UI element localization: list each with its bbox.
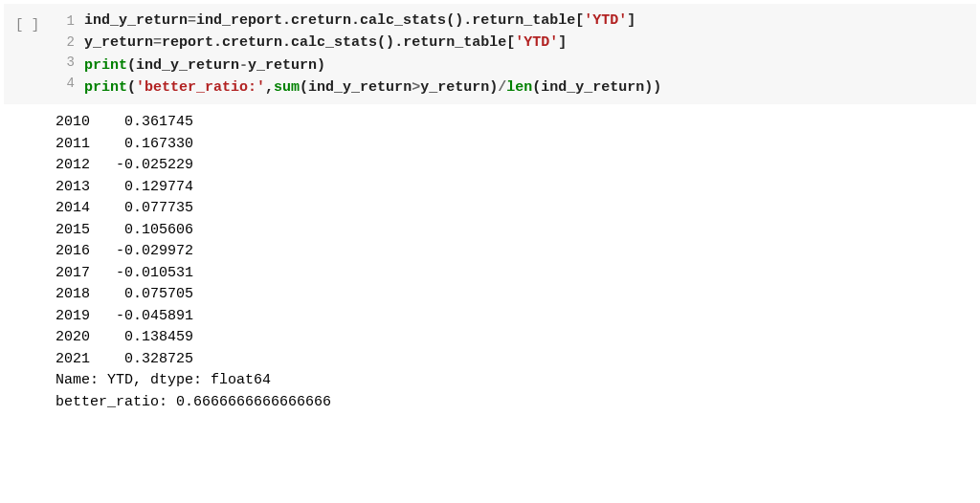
output-row: 2015 0.105606 bbox=[56, 220, 331, 242]
line-number: 4 bbox=[56, 74, 75, 95]
output-row: 2017 -0.010531 bbox=[56, 263, 331, 285]
line-number: 1 bbox=[56, 11, 75, 33]
output-row: 2016 -0.029972 bbox=[56, 241, 331, 263]
output-row: 2014 0.077735 bbox=[56, 198, 331, 220]
line-gutter: 1234 bbox=[56, 10, 84, 95]
line-number: 2 bbox=[56, 33, 75, 54]
output-row: 2010 0.361745 bbox=[56, 112, 331, 134]
output-row: 2020 0.138459 bbox=[56, 327, 331, 349]
output-row: 2018 0.075705 bbox=[56, 284, 331, 306]
code-area[interactable]: ind_y_return=ind_report.creturn.calc_sta… bbox=[84, 10, 976, 98]
output-prompt-spacer bbox=[4, 112, 56, 120]
execution-prompt: [ ] bbox=[4, 10, 56, 33]
output-row: 2012 -0.025229 bbox=[56, 155, 331, 177]
code-line[interactable]: ind_y_return=ind_report.creturn.calc_sta… bbox=[84, 10, 976, 32]
code-line[interactable]: print(ind_y_return-y_return) bbox=[84, 55, 976, 77]
code-line[interactable]: print('better_ratio:',sum(ind_y_return>y… bbox=[84, 77, 976, 98]
output-row: 2011 0.167330 bbox=[56, 134, 331, 156]
code-cell: [ ] 1234 ind_y_return=ind_report.creturn… bbox=[4, 4, 976, 104]
output-ratio: better_ratio: 0.6666666666666666 bbox=[56, 392, 331, 414]
output-row: 2019 -0.045891 bbox=[56, 306, 331, 328]
line-number: 3 bbox=[56, 53, 75, 74]
output-cell: 2010 0.3617452011 0.1673302012 -0.025229… bbox=[4, 112, 976, 413]
output-meta: Name: YTD, dtype: float64 bbox=[56, 370, 331, 392]
code-line[interactable]: y_return=report.creturn.calc_stats().ret… bbox=[84, 32, 976, 54]
output-row: 2013 0.129774 bbox=[56, 177, 331, 199]
output-area: 2010 0.3617452011 0.1673302012 -0.025229… bbox=[56, 112, 331, 413]
output-row: 2021 0.328725 bbox=[56, 349, 331, 371]
